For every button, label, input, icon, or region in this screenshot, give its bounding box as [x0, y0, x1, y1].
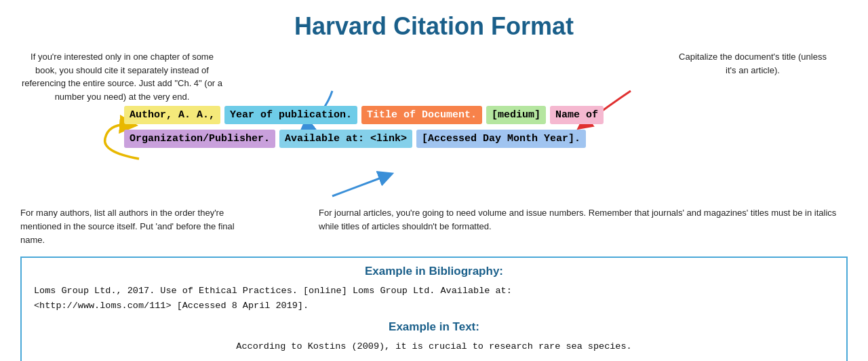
note-right: Capitalize the document's title (unless …: [678, 50, 827, 77]
citation-segment: Organization/Publisher.: [124, 130, 275, 148]
note-left: If you're interested only in one chapter…: [20, 50, 224, 103]
citation-row-1: Author, A. A.,Year of publication.Title …: [122, 104, 834, 126]
example-text-title: Example in Text:: [34, 320, 834, 334]
citation-segment: [Accessed Day Month Year].: [416, 130, 586, 148]
citation-row-2: Organization/Publisher.Available at: <li…: [122, 128, 834, 149]
bottom-note-left: For many authors, list all authors in th…: [20, 206, 251, 247]
citation-rows: Author, A. A.,Year of publication.Title …: [122, 104, 834, 152]
example-bib-title: Example in Bibliography:: [34, 265, 834, 278]
page-container: Harvard Citation Format If you're intere…: [0, 0, 868, 361]
example-bib-text: Loms Group Ltd., 2017. Use of Ethical Pr…: [34, 284, 834, 313]
page-title: Harvard Citation Format: [20, 12, 848, 41]
citation-segment: Year of publication.: [224, 106, 357, 124]
citation-segment: Title of Document.: [361, 106, 482, 124]
citation-segment: Available at: <link>: [279, 130, 412, 148]
bottom-notes: For many authors, list all authors in th…: [20, 206, 848, 247]
citation-segment: [medium]: [486, 106, 546, 124]
citation-segment: Name of: [550, 106, 604, 124]
example-box: Example in Bibliography: Loms Group Ltd.…: [20, 256, 848, 361]
bottom-note-right: For journal articles, you're going to ne…: [264, 206, 848, 247]
example-text-body: According to Kostins (2009), it is cruci…: [34, 339, 834, 354]
annotation-area: If you're interested only in one chapter…: [20, 50, 848, 200]
citation-segment: Author, A. A.,: [124, 106, 220, 124]
